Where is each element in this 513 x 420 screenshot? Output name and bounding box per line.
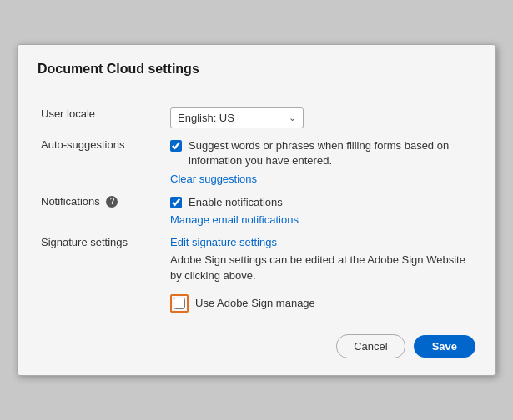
adobe-sign-manage-row: Use Adobe Sign manage [170, 294, 472, 312]
save-button[interactable]: Save [414, 335, 475, 358]
enable-notifications-label: Enable notifications [189, 195, 283, 210]
chevron-down-icon: ⌄ [289, 112, 296, 123]
info-icon[interactable]: ? [106, 196, 118, 208]
locale-dropdown[interactable]: English: US ⌄ [170, 108, 304, 128]
clear-suggestions-link[interactable]: Clear suggestions [170, 172, 472, 185]
notifications-label: Notifications ? [38, 190, 167, 231]
notifications-row: Notifications ? Enable notifications Man… [38, 190, 475, 231]
user-locale-label: User locale [38, 102, 167, 133]
signature-settings-content: Edit signature settings Adobe Sign setti… [167, 231, 475, 318]
dialog-footer: Cancel Save [38, 334, 475, 358]
adobe-sign-manage-label: Use Adobe Sign manage [195, 297, 315, 309]
auto-suggestions-content: Suggest words or phrases when filling fo… [167, 133, 475, 189]
auto-suggestions-checkbox[interactable] [170, 140, 182, 152]
notifications-content: Enable notifications Manage email notifi… [167, 190, 475, 231]
auto-suggestions-label: Auto-suggestions [38, 133, 167, 189]
notifications-checkbox-row: Enable notifications [170, 195, 472, 210]
adobe-sign-manage-checkbox[interactable] [174, 298, 185, 309]
signature-settings-label: Signature settings [38, 231, 167, 318]
enable-notifications-checkbox[interactable] [170, 197, 182, 208]
auto-suggestions-row: Auto-suggestions Suggest words or phrase… [38, 133, 475, 189]
locale-value: English: US [178, 112, 234, 124]
divider [38, 87, 475, 88]
user-locale-row: User locale English: US ⌄ [38, 102, 475, 133]
settings-table: User locale English: US ⌄ Auto-suggestio… [38, 102, 475, 318]
user-locale-content: English: US ⌄ [167, 102, 475, 133]
manage-email-notifications-link[interactable]: Manage email notifications [170, 213, 472, 226]
adobe-sign-checkbox-container [170, 294, 189, 312]
auto-suggestions-checkbox-row: Suggest words or phrases when filling fo… [170, 138, 472, 168]
cancel-button[interactable]: Cancel [336, 334, 405, 358]
signature-settings-row: Signature settings Edit signature settin… [38, 231, 475, 318]
signature-settings-description: Adobe Sign settings can be edited at the… [170, 252, 472, 284]
edit-signature-settings-link[interactable]: Edit signature settings [170, 236, 472, 248]
dialog: Document Cloud settings User locale Engl… [17, 44, 496, 376]
dialog-title: Document Cloud settings [38, 62, 475, 77]
auto-suggestions-checkbox-label: Suggest words or phrases when filling fo… [189, 138, 472, 168]
